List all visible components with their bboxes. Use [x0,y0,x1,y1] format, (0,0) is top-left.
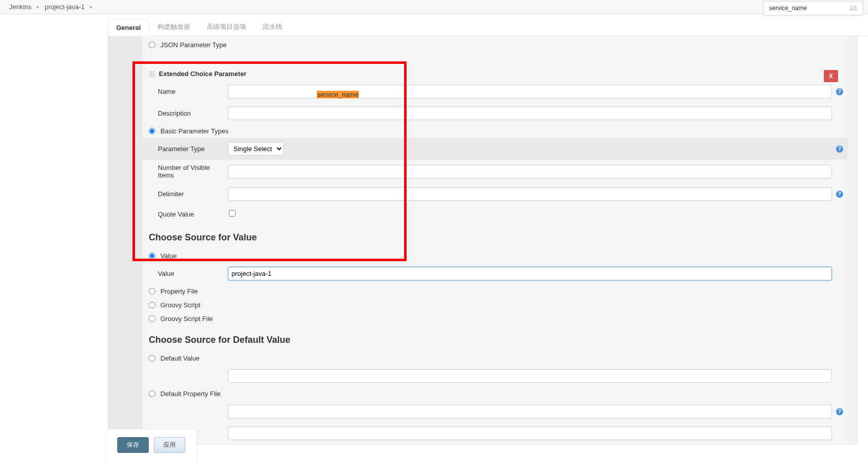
description-row: Description [143,102,847,124]
default-value-radio[interactable] [149,355,155,362]
tabs: General 构建触发器 高级项目选项 流水线 [108,18,868,36]
value-input-wrap [228,267,832,280]
search-term: service_name [769,5,807,12]
groovy-script-radio[interactable] [149,302,155,308]
delimiter-input-wrap [228,187,832,201]
property-file-radio[interactable] [149,288,155,295]
delimiter-row: Delimiter ? [143,183,847,205]
basic-param-types-label: Basic Parameter Types [160,127,228,135]
main-content: General 构建触发器 高级项目选项 流水线 JSON Parameter … [106,18,868,445]
help-icon[interactable]: ? [836,408,843,415]
description-input[interactable] [228,106,832,120]
num-visible-input[interactable] [228,165,832,179]
default-property-file-input-wrap [228,405,832,418]
description-input-wrap [228,106,832,120]
breadcrumb-project[interactable]: project-java-1 [45,3,85,11]
name-input[interactable] [228,85,832,98]
property-key-row: Property Key [143,422,847,444]
param-type-select[interactable]: Single Select [228,142,284,156]
default-property-file-row: Default Property File [143,387,847,401]
delimiter-input[interactable] [228,187,832,201]
help-icon[interactable]: ? [836,88,843,95]
default-property-file-input-row: ? [143,401,847,422]
json-param-type-radio[interactable] [149,42,155,48]
breadcrumb: Jenkins ▸ project-java-1 ▸ [0,0,868,14]
default-property-file-input[interactable] [228,405,832,418]
param-type-label: Parameter Type [158,145,228,153]
tab-pipeline[interactable]: 流水线 [254,18,290,35]
default-property-file-radio[interactable] [149,390,155,397]
property-key-input-wrap [228,426,832,440]
name-label: Name [158,88,228,95]
value-input[interactable] [228,267,832,280]
property-file-label: Property File [160,288,198,295]
value-input-row: Value [143,263,847,284]
help-icon[interactable]: ? [836,146,843,153]
apply-button[interactable]: 应用 [154,437,185,445]
param-type-row: Parameter Type Single Select ? [143,138,847,160]
num-visible-input-wrap [228,165,832,179]
default-value-input-row [143,365,847,387]
property-key-input[interactable] [228,426,832,440]
default-value-input[interactable] [228,369,832,383]
save-button[interactable]: 保存 [117,437,149,445]
choose-source-value-title: Choose Source for Value [143,223,847,249]
drag-handle-icon[interactable] [149,71,155,77]
chevron-right-icon: ▸ [90,4,93,10]
value-radio-row: Value [143,249,847,263]
tab-advanced-options[interactable]: 高级项目选项 [198,18,254,35]
search-count: 1/1 [850,5,857,11]
name-input-wrap: service_name [228,85,832,98]
groovy-script-file-label: Groovy Script File [160,315,213,323]
value-radio[interactable] [149,253,155,259]
default-value-radio-label: Default Value [160,354,199,362]
breadcrumb-jenkins[interactable]: Jenkins [9,3,31,11]
value-label: Value [158,270,228,277]
extended-choice-header: Extended Choice Parameter X [143,65,847,81]
groovy-script-row: Groovy Script [143,298,847,312]
left-rail [108,36,143,444]
tab-general[interactable]: General [108,19,149,36]
help-icon[interactable]: ? [836,191,843,198]
chevron-right-icon: ▸ [37,4,40,10]
param-type-input-wrap: Single Select [228,142,832,156]
groovy-script-label: Groovy Script [160,301,201,309]
quote-value-input-wrap [228,210,832,218]
inner-panel: JSON Parameter Type Extended Choice Para… [143,36,847,444]
description-label: Description [158,110,228,117]
num-visible-row: Number of Visible Items [143,160,847,183]
default-value-input-wrap [228,369,832,383]
footer-buttons: 保存 应用 [106,429,197,445]
value-radio-label: Value [160,252,177,260]
num-visible-label: Number of Visible Items [158,164,228,179]
basic-param-types-radio[interactable] [149,128,155,134]
json-param-type-label: JSON Parameter Type [160,41,227,49]
groovy-script-file-row: Groovy Script File [143,312,847,326]
groovy-script-file-radio[interactable] [149,315,155,322]
basic-param-types-row: Basic Parameter Types [143,124,847,138]
name-row: Name service_name ? [143,81,847,102]
search-result-popup: service_name 1/1 [763,1,863,15]
choose-source-default-title: Choose Source for Default Value [143,326,847,351]
tab-build-triggers[interactable]: 构建触发器 [149,18,198,35]
json-param-type-row: JSON Parameter Type [143,36,847,52]
quote-value-label: Quote Value [158,210,228,218]
quote-value-checkbox[interactable] [229,210,236,217]
default-value-radio-row: Default Value [143,351,847,365]
delimiter-label: Delimiter [158,190,228,198]
quote-value-row: Quote Value [143,205,847,223]
content-panel: JSON Parameter Type Extended Choice Para… [108,36,858,445]
property-file-row: Property File [143,284,847,298]
extended-choice-label: Extended Choice Parameter [159,70,247,78]
default-property-file-label: Default Property File [160,390,221,398]
